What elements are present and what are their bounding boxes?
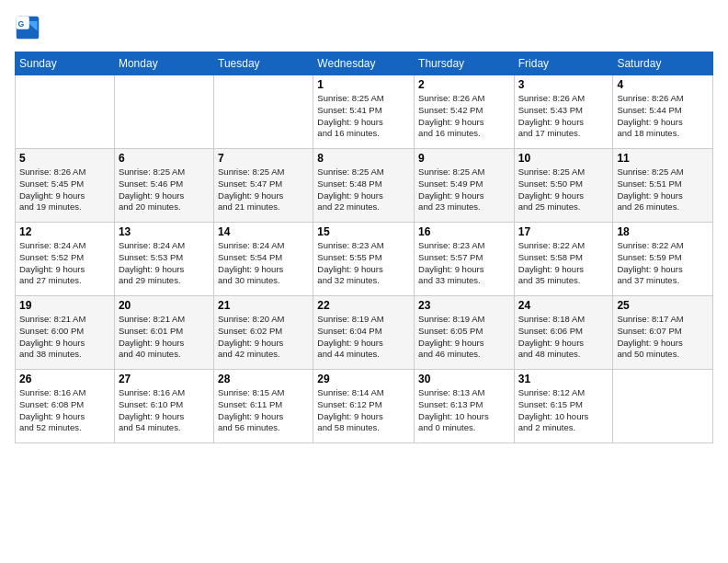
day-cell: 7Sunrise: 8:25 AM Sunset: 5:47 PM Daylig… bbox=[214, 149, 313, 223]
day-info: Sunrise: 8:24 AM Sunset: 5:52 PM Dayligh… bbox=[19, 240, 110, 287]
day-cell: 9Sunrise: 8:25 AM Sunset: 5:49 PM Daylig… bbox=[415, 149, 515, 223]
day-info: Sunrise: 8:26 AM Sunset: 5:42 PM Dayligh… bbox=[418, 93, 510, 140]
day-cell: 22Sunrise: 8:19 AM Sunset: 6:04 PM Dayli… bbox=[313, 296, 415, 370]
day-info: Sunrise: 8:24 AM Sunset: 5:53 PM Dayligh… bbox=[119, 240, 210, 287]
day-cell: 17Sunrise: 8:22 AM Sunset: 5:58 PM Dayli… bbox=[514, 223, 613, 296]
day-cell: 25Sunrise: 8:17 AM Sunset: 6:07 PM Dayli… bbox=[613, 296, 713, 370]
day-info: Sunrise: 8:17 AM Sunset: 6:07 PM Dayligh… bbox=[617, 314, 709, 361]
day-info: Sunrise: 8:26 AM Sunset: 5:44 PM Dayligh… bbox=[617, 93, 709, 140]
day-number: 14 bbox=[218, 225, 309, 238]
day-info: Sunrise: 8:26 AM Sunset: 5:45 PM Dayligh… bbox=[19, 167, 110, 213]
day-cell: 8Sunrise: 8:25 AM Sunset: 5:48 PM Daylig… bbox=[313, 149, 415, 223]
calendar-table: SundayMondayTuesdayWednesdayThursdayFrid… bbox=[15, 52, 713, 443]
day-number: 17 bbox=[518, 225, 609, 238]
day-number: 10 bbox=[518, 152, 609, 165]
day-cell: 13Sunrise: 8:24 AM Sunset: 5:53 PM Dayli… bbox=[114, 223, 213, 296]
day-number: 3 bbox=[518, 78, 609, 91]
day-number: 8 bbox=[317, 152, 410, 165]
day-number: 24 bbox=[518, 299, 609, 312]
day-cell: 24Sunrise: 8:18 AM Sunset: 6:06 PM Dayli… bbox=[514, 296, 613, 370]
day-info: Sunrise: 8:16 AM Sunset: 6:08 PM Dayligh… bbox=[19, 387, 110, 434]
day-number: 11 bbox=[617, 152, 709, 165]
week-row-2: 12Sunrise: 8:24 AM Sunset: 5:52 PM Dayli… bbox=[16, 223, 713, 296]
day-number: 22 bbox=[317, 299, 410, 312]
day-cell: 19Sunrise: 8:21 AM Sunset: 6:00 PM Dayli… bbox=[16, 296, 115, 370]
day-number: 7 bbox=[218, 152, 309, 165]
day-number: 15 bbox=[317, 225, 410, 238]
day-info: Sunrise: 8:22 AM Sunset: 5:58 PM Dayligh… bbox=[518, 240, 609, 287]
week-row-4: 26Sunrise: 8:16 AM Sunset: 6:08 PM Dayli… bbox=[16, 370, 713, 443]
day-number: 29 bbox=[317, 373, 410, 385]
day-number: 30 bbox=[418, 373, 510, 385]
day-info: Sunrise: 8:13 AM Sunset: 6:13 PM Dayligh… bbox=[418, 387, 510, 434]
day-number: 20 bbox=[119, 299, 210, 312]
day-number: 28 bbox=[218, 373, 309, 385]
day-cell: 10Sunrise: 8:25 AM Sunset: 5:50 PM Dayli… bbox=[514, 149, 613, 223]
day-info: Sunrise: 8:23 AM Sunset: 5:57 PM Dayligh… bbox=[418, 240, 510, 287]
header-cell-thursday: Thursday bbox=[415, 52, 515, 75]
header-cell-tuesday: Tuesday bbox=[214, 52, 313, 75]
day-cell: 14Sunrise: 8:24 AM Sunset: 5:54 PM Dayli… bbox=[214, 223, 313, 296]
day-info: Sunrise: 8:25 AM Sunset: 5:46 PM Dayligh… bbox=[119, 167, 210, 213]
day-cell: 16Sunrise: 8:23 AM Sunset: 5:57 PM Dayli… bbox=[415, 223, 515, 296]
day-cell: 5Sunrise: 8:26 AM Sunset: 5:45 PM Daylig… bbox=[16, 149, 115, 223]
logo-icon: G bbox=[15, 15, 40, 40]
day-number: 4 bbox=[617, 78, 709, 91]
day-number: 9 bbox=[418, 152, 510, 165]
day-cell bbox=[613, 370, 713, 443]
day-cell: 3Sunrise: 8:26 AM Sunset: 5:43 PM Daylig… bbox=[514, 75, 613, 149]
day-number: 2 bbox=[418, 78, 510, 91]
day-info: Sunrise: 8:23 AM Sunset: 5:55 PM Dayligh… bbox=[317, 240, 410, 287]
page: G SundayMondayTuesdayWednesdayThursdayFr… bbox=[0, 0, 728, 563]
day-cell: 28Sunrise: 8:15 AM Sunset: 6:11 PM Dayli… bbox=[214, 370, 313, 443]
day-cell bbox=[16, 75, 115, 149]
day-number: 18 bbox=[617, 225, 709, 238]
header-row: SundayMondayTuesdayWednesdayThursdayFrid… bbox=[16, 52, 713, 75]
day-number: 21 bbox=[218, 299, 309, 312]
day-number: 19 bbox=[19, 299, 110, 312]
week-row-1: 5Sunrise: 8:26 AM Sunset: 5:45 PM Daylig… bbox=[16, 149, 713, 223]
day-info: Sunrise: 8:25 AM Sunset: 5:48 PM Dayligh… bbox=[317, 167, 410, 213]
header-cell-wednesday: Wednesday bbox=[313, 52, 415, 75]
day-number: 12 bbox=[19, 225, 110, 238]
svg-text:G: G bbox=[18, 19, 25, 29]
day-cell bbox=[214, 75, 313, 149]
day-cell: 2Sunrise: 8:26 AM Sunset: 5:42 PM Daylig… bbox=[415, 75, 515, 149]
day-cell: 21Sunrise: 8:20 AM Sunset: 6:02 PM Dayli… bbox=[214, 296, 313, 370]
day-cell: 31Sunrise: 8:12 AM Sunset: 6:15 PM Dayli… bbox=[514, 370, 613, 443]
header-cell-friday: Friday bbox=[514, 52, 613, 75]
day-info: Sunrise: 8:15 AM Sunset: 6:11 PM Dayligh… bbox=[218, 387, 309, 434]
day-cell: 11Sunrise: 8:25 AM Sunset: 5:51 PM Dayli… bbox=[613, 149, 713, 223]
header-cell-monday: Monday bbox=[114, 52, 213, 75]
day-cell: 29Sunrise: 8:14 AM Sunset: 6:12 PM Dayli… bbox=[313, 370, 415, 443]
logo: G bbox=[15, 15, 44, 40]
day-info: Sunrise: 8:26 AM Sunset: 5:43 PM Dayligh… bbox=[518, 93, 609, 140]
day-number: 1 bbox=[317, 78, 410, 91]
day-cell: 18Sunrise: 8:22 AM Sunset: 5:59 PM Dayli… bbox=[613, 223, 713, 296]
day-info: Sunrise: 8:16 AM Sunset: 6:10 PM Dayligh… bbox=[119, 387, 210, 434]
day-number: 13 bbox=[119, 225, 210, 238]
day-info: Sunrise: 8:19 AM Sunset: 6:05 PM Dayligh… bbox=[418, 314, 510, 361]
day-info: Sunrise: 8:19 AM Sunset: 6:04 PM Dayligh… bbox=[317, 314, 410, 361]
header-cell-sunday: Sunday bbox=[16, 52, 115, 75]
day-number: 6 bbox=[119, 152, 210, 165]
day-info: Sunrise: 8:18 AM Sunset: 6:06 PM Dayligh… bbox=[518, 314, 609, 361]
day-cell: 1Sunrise: 8:25 AM Sunset: 5:41 PM Daylig… bbox=[313, 75, 415, 149]
day-cell: 6Sunrise: 8:25 AM Sunset: 5:46 PM Daylig… bbox=[114, 149, 213, 223]
day-info: Sunrise: 8:14 AM Sunset: 6:12 PM Dayligh… bbox=[317, 387, 410, 434]
calendar-header: SundayMondayTuesdayWednesdayThursdayFrid… bbox=[16, 52, 713, 75]
day-cell: 26Sunrise: 8:16 AM Sunset: 6:08 PM Dayli… bbox=[16, 370, 115, 443]
day-cell: 15Sunrise: 8:23 AM Sunset: 5:55 PM Dayli… bbox=[313, 223, 415, 296]
day-cell: 30Sunrise: 8:13 AM Sunset: 6:13 PM Dayli… bbox=[415, 370, 515, 443]
header-cell-saturday: Saturday bbox=[613, 52, 713, 75]
day-number: 16 bbox=[418, 225, 510, 238]
day-cell: 20Sunrise: 8:21 AM Sunset: 6:01 PM Dayli… bbox=[114, 296, 213, 370]
day-number: 27 bbox=[119, 373, 210, 385]
day-number: 5 bbox=[19, 152, 110, 165]
day-cell: 27Sunrise: 8:16 AM Sunset: 6:10 PM Dayli… bbox=[114, 370, 213, 443]
header: G bbox=[15, 15, 713, 40]
day-cell bbox=[114, 75, 213, 149]
day-cell: 4Sunrise: 8:26 AM Sunset: 5:44 PM Daylig… bbox=[613, 75, 713, 149]
day-info: Sunrise: 8:21 AM Sunset: 6:01 PM Dayligh… bbox=[119, 314, 210, 361]
day-info: Sunrise: 8:25 AM Sunset: 5:41 PM Dayligh… bbox=[317, 93, 410, 140]
